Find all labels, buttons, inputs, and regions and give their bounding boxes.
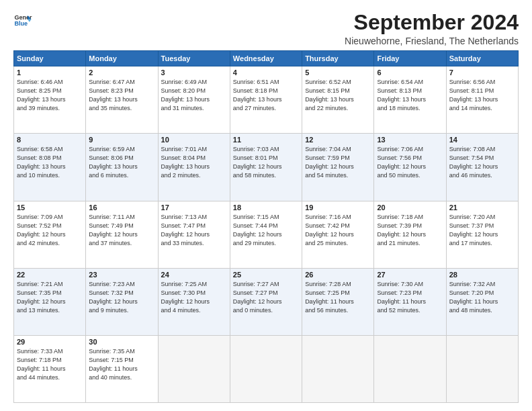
cell-1-1: 9Sunrise: 6:59 AMSunset: 8:06 PMDaylight… [86, 134, 158, 201]
col-monday: Monday [86, 51, 158, 66]
day-info-1: Sunrise: 6:46 AMSunset: 8:25 PMDaylight:… [17, 78, 83, 113]
day-info-23: Sunrise: 7:23 AMSunset: 7:32 PMDaylight:… [89, 280, 154, 315]
cell-4-2 [158, 335, 230, 402]
cell-0-3: 4Sunrise: 6:51 AMSunset: 8:18 PMDaylight… [230, 66, 302, 134]
svg-text:Blue: Blue [14, 20, 28, 27]
day-number-9: 9 [89, 136, 154, 144]
cell-0-0: 1Sunrise: 6:46 AMSunset: 8:25 PMDaylight… [14, 66, 86, 134]
day-info-26: Sunrise: 7:28 AMSunset: 7:25 PMDaylight:… [305, 280, 371, 315]
day-number-24: 24 [161, 271, 227, 279]
day-info-21: Sunrise: 7:20 AMSunset: 7:37 PMDaylight:… [449, 213, 515, 248]
day-info-16: Sunrise: 7:11 AMSunset: 7:49 PMDaylight:… [89, 213, 154, 248]
day-number-19: 19 [305, 203, 371, 212]
day-number-18: 18 [233, 203, 299, 212]
day-number-14: 14 [449, 136, 515, 144]
day-info-30: Sunrise: 7:35 AMSunset: 7:15 PMDaylight:… [89, 347, 154, 382]
day-number-3: 3 [161, 68, 227, 77]
col-tuesday: Tuesday [158, 51, 230, 66]
cell-4-1: 30Sunrise: 7:35 AMSunset: 7:15 PMDayligh… [86, 335, 158, 402]
day-number-22: 22 [17, 271, 83, 279]
day-info-19: Sunrise: 7:16 AMSunset: 7:42 PMDaylight:… [305, 213, 371, 248]
cell-0-4: 5Sunrise: 6:52 AMSunset: 8:15 PMDaylight… [302, 66, 374, 134]
cell-2-4: 19Sunrise: 7:16 AMSunset: 7:42 PMDayligh… [302, 201, 374, 268]
day-number-29: 29 [17, 338, 83, 346]
day-number-25: 25 [233, 271, 299, 279]
day-info-10: Sunrise: 7:01 AMSunset: 8:04 PMDaylight:… [161, 145, 227, 180]
day-number-21: 21 [449, 203, 515, 212]
day-info-15: Sunrise: 7:09 AMSunset: 7:52 PMDaylight:… [17, 213, 83, 248]
cell-3-1: 23Sunrise: 7:23 AMSunset: 7:32 PMDayligh… [86, 268, 158, 335]
cell-1-5: 13Sunrise: 7:06 AMSunset: 7:56 PMDayligh… [374, 134, 446, 201]
day-number-15: 15 [17, 203, 83, 212]
day-info-7: Sunrise: 6:56 AMSunset: 8:11 PMDaylight:… [449, 78, 515, 113]
col-thursday: Thursday [302, 51, 374, 66]
cell-0-5: 6Sunrise: 6:54 AMSunset: 8:13 PMDaylight… [374, 66, 446, 134]
week-row-1: 1Sunrise: 6:46 AMSunset: 8:25 PMDaylight… [14, 66, 519, 134]
month-title: September 2024 [345, 11, 519, 34]
day-number-6: 6 [377, 68, 443, 77]
day-number-4: 4 [233, 68, 299, 77]
calendar-table: Sunday Monday Tuesday Wednesday Thursday… [13, 50, 519, 403]
col-saturday: Saturday [446, 51, 518, 66]
calendar-header-row: Sunday Monday Tuesday Wednesday Thursday… [14, 51, 519, 66]
cell-1-0: 8Sunrise: 6:58 AMSunset: 8:08 PMDaylight… [14, 134, 86, 201]
cell-4-6 [446, 335, 518, 402]
day-info-29: Sunrise: 7:33 AMSunset: 7:18 PMDaylight:… [17, 347, 83, 382]
cell-2-2: 17Sunrise: 7:13 AMSunset: 7:47 PMDayligh… [158, 201, 230, 268]
day-number-26: 26 [305, 271, 371, 279]
day-number-7: 7 [449, 68, 515, 77]
day-info-22: Sunrise: 7:21 AMSunset: 7:35 PMDaylight:… [17, 280, 83, 315]
cell-4-4 [302, 335, 374, 402]
cell-2-0: 15Sunrise: 7:09 AMSunset: 7:52 PMDayligh… [14, 201, 86, 268]
cell-1-6: 14Sunrise: 7:08 AMSunset: 7:54 PMDayligh… [446, 134, 518, 201]
day-number-5: 5 [305, 68, 371, 77]
day-number-13: 13 [377, 136, 443, 144]
cell-3-2: 24Sunrise: 7:25 AMSunset: 7:30 PMDayligh… [158, 268, 230, 335]
day-info-9: Sunrise: 6:59 AMSunset: 8:06 PMDaylight:… [89, 145, 154, 180]
title-block: September 2024 Nieuwehorne, Friesland, T… [345, 11, 519, 46]
cell-3-5: 27Sunrise: 7:30 AMSunset: 7:23 PMDayligh… [374, 268, 446, 335]
day-number-23: 23 [89, 271, 154, 279]
cell-1-4: 12Sunrise: 7:04 AMSunset: 7:59 PMDayligh… [302, 134, 374, 201]
day-number-30: 30 [89, 338, 154, 346]
day-number-27: 27 [377, 271, 443, 279]
logo: General Blue [13, 11, 32, 30]
day-number-2: 2 [89, 68, 154, 77]
col-wednesday: Wednesday [230, 51, 302, 66]
week-row-2: 8Sunrise: 6:58 AMSunset: 8:08 PMDaylight… [14, 134, 519, 201]
week-row-4: 22Sunrise: 7:21 AMSunset: 7:35 PMDayligh… [14, 268, 519, 335]
logo-icon: General Blue [13, 11, 32, 30]
cell-4-5 [374, 335, 446, 402]
cell-3-6: 28Sunrise: 7:32 AMSunset: 7:20 PMDayligh… [446, 268, 518, 335]
page: General Blue September 2024 Nieuwehorne,… [0, 0, 532, 411]
day-info-17: Sunrise: 7:13 AMSunset: 7:47 PMDaylight:… [161, 213, 227, 248]
day-info-14: Sunrise: 7:08 AMSunset: 7:54 PMDaylight:… [449, 145, 515, 180]
day-info-8: Sunrise: 6:58 AMSunset: 8:08 PMDaylight:… [17, 145, 83, 180]
day-info-28: Sunrise: 7:32 AMSunset: 7:20 PMDaylight:… [449, 280, 515, 315]
cell-2-1: 16Sunrise: 7:11 AMSunset: 7:49 PMDayligh… [86, 201, 158, 268]
day-info-12: Sunrise: 7:04 AMSunset: 7:59 PMDaylight:… [305, 145, 371, 180]
cell-3-3: 25Sunrise: 7:27 AMSunset: 7:27 PMDayligh… [230, 268, 302, 335]
week-row-5: 29Sunrise: 7:33 AMSunset: 7:18 PMDayligh… [14, 335, 519, 402]
day-info-2: Sunrise: 6:47 AMSunset: 8:23 PMDaylight:… [89, 78, 154, 113]
day-info-25: Sunrise: 7:27 AMSunset: 7:27 PMDaylight:… [233, 280, 299, 315]
svg-marker-3 [28, 19, 32, 22]
day-number-8: 8 [17, 136, 83, 144]
day-info-5: Sunrise: 6:52 AMSunset: 8:15 PMDaylight:… [305, 78, 371, 113]
day-info-4: Sunrise: 6:51 AMSunset: 8:18 PMDaylight:… [233, 78, 299, 113]
day-info-20: Sunrise: 7:18 AMSunset: 7:39 PMDaylight:… [377, 213, 443, 248]
day-number-28: 28 [449, 271, 515, 279]
day-info-3: Sunrise: 6:49 AMSunset: 8:20 PMDaylight:… [161, 78, 227, 113]
day-info-11: Sunrise: 7:03 AMSunset: 8:01 PMDaylight:… [233, 145, 299, 180]
col-sunday: Sunday [14, 51, 86, 66]
cell-1-2: 10Sunrise: 7:01 AMSunset: 8:04 PMDayligh… [158, 134, 230, 201]
cell-2-3: 18Sunrise: 7:15 AMSunset: 7:44 PMDayligh… [230, 201, 302, 268]
day-info-18: Sunrise: 7:15 AMSunset: 7:44 PMDaylight:… [233, 213, 299, 248]
col-friday: Friday [374, 51, 446, 66]
day-number-16: 16 [89, 203, 154, 212]
day-info-27: Sunrise: 7:30 AMSunset: 7:23 PMDaylight:… [377, 280, 443, 315]
cell-4-0: 29Sunrise: 7:33 AMSunset: 7:18 PMDayligh… [14, 335, 86, 402]
day-info-24: Sunrise: 7:25 AMSunset: 7:30 PMDaylight:… [161, 280, 227, 315]
week-row-3: 15Sunrise: 7:09 AMSunset: 7:52 PMDayligh… [14, 201, 519, 268]
cell-1-3: 11Sunrise: 7:03 AMSunset: 8:01 PMDayligh… [230, 134, 302, 201]
